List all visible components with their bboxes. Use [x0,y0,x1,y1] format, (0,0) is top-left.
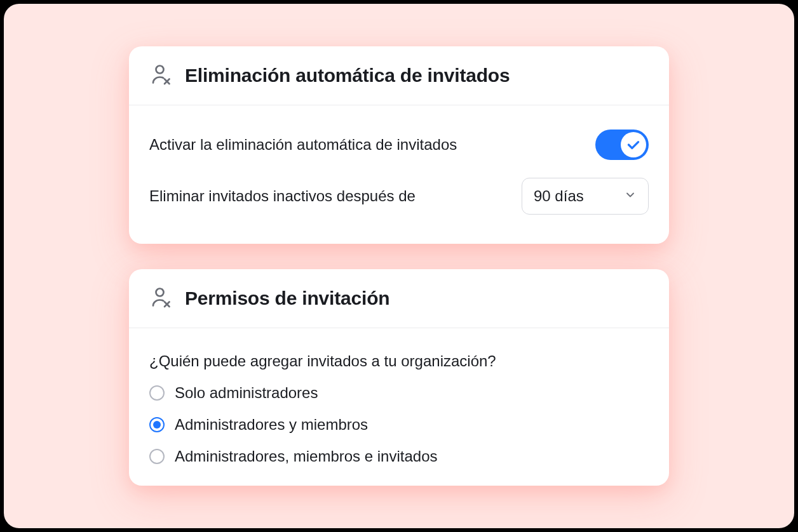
days-label: Eliminar invitados inactivos después de [149,187,416,205]
chevron-down-icon [624,189,637,204]
radio-indicator [149,417,165,432]
radio-indicator [149,449,165,464]
radio-label: Solo administradores [175,384,318,402]
radio-indicator [149,385,165,401]
inactive-days-select[interactable]: 90 días [522,178,649,215]
radio-label: Administradores y miembros [175,416,368,434]
user-x-icon [149,286,172,311]
auto-remove-guests-card: Eliminación automática de invitados Acti… [129,46,669,244]
toggle-knob [621,132,646,157]
svg-point-3 [156,289,164,296]
svg-point-0 [156,66,164,74]
card-body: ¿Quién puede agregar invitados a tu orga… [129,328,669,486]
radio-label: Administradores, miembros e invitados [175,448,438,465]
toggle-row: Activar la eliminación automática de inv… [149,121,649,169]
radio-option-admins-members-guests[interactable]: Administradores, miembros e invitados [149,448,649,465]
card-header: Permisos de invitación [129,269,669,328]
card-title: Eliminación automática de invitados [185,65,510,86]
days-row: Eliminar invitados inactivos después de … [149,169,649,223]
card-header: Eliminación automática de invitados [129,46,669,105]
select-value: 90 días [534,187,584,205]
permissions-question: ¿Quién puede agregar invitados a tu orga… [149,343,649,384]
auto-remove-toggle[interactable] [595,130,649,160]
radio-group: Solo administradores Administradores y m… [149,384,649,465]
radio-option-admins-only[interactable]: Solo administradores [149,384,649,402]
invitation-permissions-card: Permisos de invitación ¿Quién puede agre… [129,269,669,486]
card-title: Permisos de invitación [185,288,389,309]
card-body: Activar la eliminación automática de inv… [129,105,669,244]
user-x-icon [149,63,172,88]
radio-option-admins-members[interactable]: Administradores y miembros [149,416,649,434]
toggle-label: Activar la eliminación automática de inv… [149,136,457,154]
